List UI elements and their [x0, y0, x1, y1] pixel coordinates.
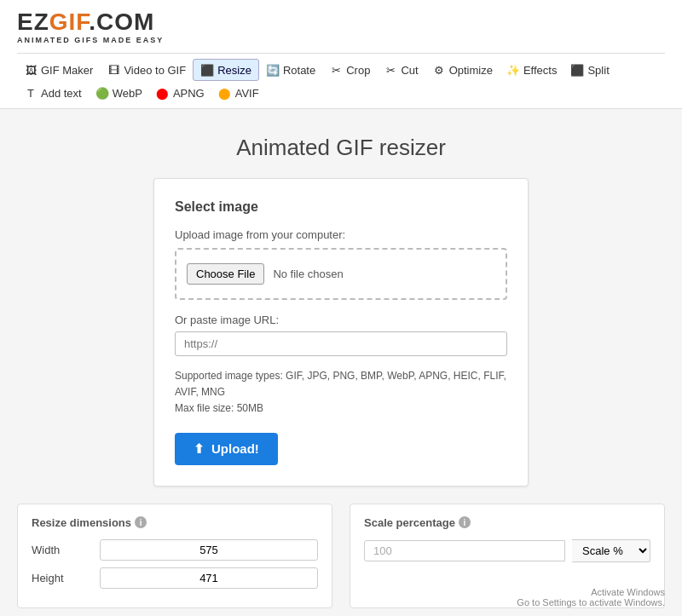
nav-item-split[interactable]: ⬛ Split [564, 60, 616, 80]
video-to-gif-icon: 🎞 [107, 63, 120, 77]
apng-icon: ⬤ [156, 86, 170, 100]
nav-item-add-text[interactable]: T Add text [17, 83, 89, 103]
cut-icon: ✂ [384, 63, 397, 77]
gif-maker-icon: 🖼 [24, 63, 38, 77]
upload-label: Upload image from your computer: [175, 228, 507, 241]
optimize-icon: ⚙ [432, 63, 446, 77]
split-icon: ⬛ [570, 63, 584, 77]
main-content: Animated GIF resizer Select image Upload… [0, 109, 682, 616]
nav-item-webp[interactable]: 🟢 WebP [89, 83, 149, 103]
file-name-label: No file chosen [273, 268, 343, 280]
nav-bar: 🖼 GIF Maker 🎞 Video to GIF ⬛ Resize 🔄 Ro… [17, 53, 665, 103]
url-label: Or paste image URL: [175, 314, 507, 326]
url-input[interactable] [175, 331, 507, 356]
page-title: Animated GIF resizer [236, 135, 446, 161]
nav-item-rotate[interactable]: 🔄 Rotate [259, 60, 322, 80]
supported-types-text: Supported image types: GIF, JPG, PNG, BM… [175, 368, 507, 417]
scale-percentage-title: Scale percentage i [364, 516, 650, 529]
effects-icon: ✨ [506, 63, 520, 77]
logo-subtitle: ANIMATED GIFS MADE EASY [17, 36, 665, 44]
logo: EZGIF.COM ANIMATED GIFS MADE EASY [17, 9, 665, 44]
resize-dimensions-panel: Resize dimensions i Width Height [17, 504, 332, 608]
scale-info-icon[interactable]: i [459, 516, 471, 528]
rotate-icon: 🔄 [266, 63, 280, 77]
select-image-card: Select image Upload image from your comp… [153, 178, 529, 486]
width-row: Width [32, 539, 318, 561]
width-input[interactable] [100, 539, 318, 561]
scale-input[interactable] [364, 540, 565, 561]
scale-select[interactable]: Scale % Width px Height px [572, 539, 650, 562]
nav-item-avif[interactable]: ⬤ AVIF [211, 83, 266, 103]
watermark: Activate Windows Go to Settings to activ… [517, 587, 665, 607]
height-input[interactable] [100, 567, 318, 589]
webp-icon: 🟢 [95, 86, 109, 100]
resize-info-icon[interactable]: i [135, 516, 147, 528]
nav-item-video-to-gif[interactable]: 🎞 Video to GIF [100, 60, 193, 80]
choose-file-button[interactable]: Choose File [187, 263, 264, 285]
resize-dimensions-title: Resize dimensions i [32, 516, 318, 529]
width-label: Width [32, 544, 100, 556]
add-text-icon: T [24, 86, 38, 100]
height-label: Height [32, 572, 100, 584]
upload-icon: ⬆ [194, 441, 205, 457]
file-input-row: Choose File No file chosen [187, 263, 495, 285]
nav-item-optimize[interactable]: ⚙ Optimize [425, 60, 500, 80]
nav-item-resize[interactable]: ⬛ Resize [193, 59, 259, 81]
upload-button[interactable]: ⬆ Upload! [175, 433, 278, 465]
logo-text: EZGIF.COM [17, 9, 665, 36]
nav-item-crop[interactable]: ✂ Crop [322, 60, 377, 80]
scale-row: Scale % Width px Height px [364, 539, 650, 562]
avif-icon: ⬤ [218, 86, 232, 100]
nav-item-gif-maker[interactable]: 🖼 GIF Maker [17, 60, 100, 80]
file-upload-area: Choose File No file chosen [175, 248, 507, 300]
card-title: Select image [175, 199, 507, 215]
nav-item-cut[interactable]: ✂ Cut [377, 60, 425, 80]
resize-icon: ⬛ [200, 63, 214, 77]
nav-item-apng[interactable]: ⬤ APNG [149, 83, 211, 103]
height-row: Height [32, 567, 318, 589]
crop-icon: ✂ [329, 63, 343, 77]
nav-item-effects[interactable]: ✨ Effects [500, 60, 564, 80]
header: EZGIF.COM ANIMATED GIFS MADE EASY 🖼 GIF … [0, 0, 682, 109]
